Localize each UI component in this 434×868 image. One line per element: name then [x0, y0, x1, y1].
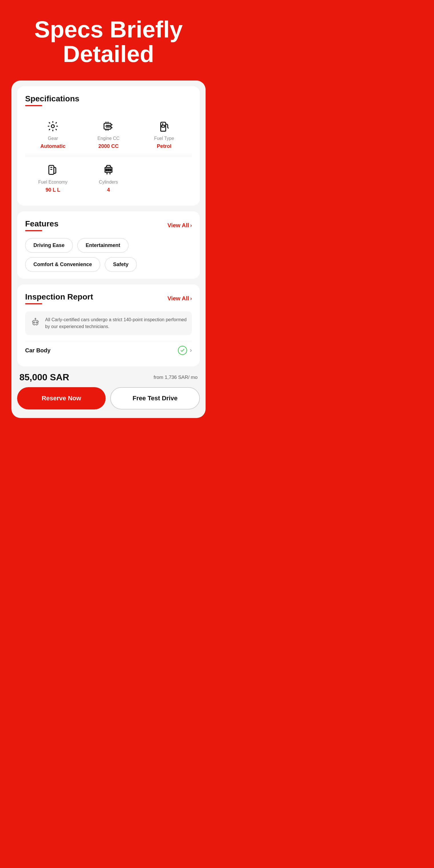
features-section-header: Features View All ›: [25, 219, 192, 231]
inspection-car-body-row[interactable]: Car Body ›: [25, 341, 192, 360]
reserve-now-button[interactable]: Reserve Now: [17, 387, 106, 409]
feature-tag-entertainment[interactable]: Entertainment: [78, 238, 128, 253]
inspection-view-all[interactable]: View All ›: [167, 295, 192, 302]
fuel-type-icon: [157, 119, 172, 134]
free-test-drive-button[interactable]: Free Test Drive: [110, 387, 200, 409]
monthly-price: from 1,736 SAR/ mo: [154, 375, 197, 380]
inspection-section-header: Inspection Report View All ›: [25, 292, 192, 304]
specifications-section: Specifications Gear Automatic: [17, 86, 200, 206]
fuel-type-value: Petrol: [157, 143, 171, 149]
gear-value: Automatic: [40, 143, 65, 149]
inspection-section: Inspection Report View All ›: [17, 284, 200, 366]
feature-tag-driving-ease[interactable]: Driving Ease: [25, 238, 73, 253]
inspection-car-body-label: Car Body: [25, 347, 51, 354]
cylinders-icon: [101, 162, 116, 177]
inspection-row-icons: ›: [178, 346, 192, 355]
feature-tag-safety[interactable]: Safety: [105, 257, 137, 272]
svg-point-8: [33, 322, 35, 323]
spec-title-underline: [25, 105, 42, 106]
engine-icon: [101, 119, 116, 134]
inspection-section-title: Inspection Report: [25, 292, 93, 302]
svg-rect-4: [162, 125, 165, 127]
specs-grid-row1: Gear Automatic Engine CC 2000 CC: [25, 113, 192, 155]
inspection-title-underline: [25, 303, 42, 304]
svg-point-9: [36, 322, 37, 323]
svg-point-3: [108, 125, 110, 127]
spec-section-header: Specifications: [25, 94, 192, 106]
svg-rect-5: [49, 165, 54, 175]
gear-icon: [45, 119, 60, 134]
features-section: Features View All › Driving Ease Enterta…: [17, 211, 200, 279]
cylinders-value: 4: [107, 187, 110, 193]
spec-engine: Engine CC 2000 CC: [81, 113, 136, 155]
inspection-row-chevron: ›: [190, 347, 192, 354]
features-view-all-chevron: ›: [190, 222, 192, 228]
svg-point-10: [35, 318, 36, 319]
action-buttons: Reserve Now Free Test Drive: [11, 382, 206, 409]
specs-grid-row2: Fuel Economy 90 L L Cylinders 4: [25, 156, 192, 199]
features-title-underline: [25, 230, 42, 231]
gear-label: Gear: [48, 136, 58, 141]
fuel-economy-icon: [45, 162, 60, 177]
spec-gear: Gear Automatic: [25, 113, 81, 155]
check-badge-car-body: [178, 346, 187, 355]
inspection-view-all-chevron: ›: [190, 296, 192, 302]
features-tags: Driving Ease Entertainment Comfort & Con…: [25, 238, 192, 272]
pricing-bar: 85,000 SAR from 1,736 SAR/ mo: [11, 366, 206, 382]
svg-point-0: [52, 125, 55, 128]
main-card: Specifications Gear Automatic: [11, 81, 206, 418]
fuel-type-label: Fuel Type: [154, 136, 174, 141]
engine-value: 2000 CC: [98, 143, 119, 149]
features-view-all[interactable]: View All ›: [167, 222, 192, 229]
main-price: 85,000 SAR: [20, 372, 69, 382]
fuel-economy-label: Fuel Economy: [38, 180, 67, 185]
features-section-title: Features: [25, 219, 59, 228]
spec-fuel-economy: Fuel Economy 90 L L: [25, 157, 81, 199]
spec-fuel-type: Fuel Type Petrol: [136, 113, 192, 155]
inspection-robot-icon: [30, 316, 41, 328]
feature-tag-comfort[interactable]: Comfort & Convenience: [25, 257, 100, 272]
spec-cylinders: Cylinders 4: [81, 157, 136, 199]
cylinders-label: Cylinders: [99, 180, 118, 185]
inspection-info-box: All Carly-certified cars undergo a stric…: [25, 311, 192, 335]
engine-label: Engine CC: [97, 136, 119, 141]
page-title: Specs Briefly Detailed: [0, 0, 217, 81]
fuel-economy-value: 90 L L: [45, 187, 60, 193]
inspection-info-text: All Carly-certified cars undergo a stric…: [45, 316, 187, 330]
spec-section-title: Specifications: [25, 94, 80, 103]
